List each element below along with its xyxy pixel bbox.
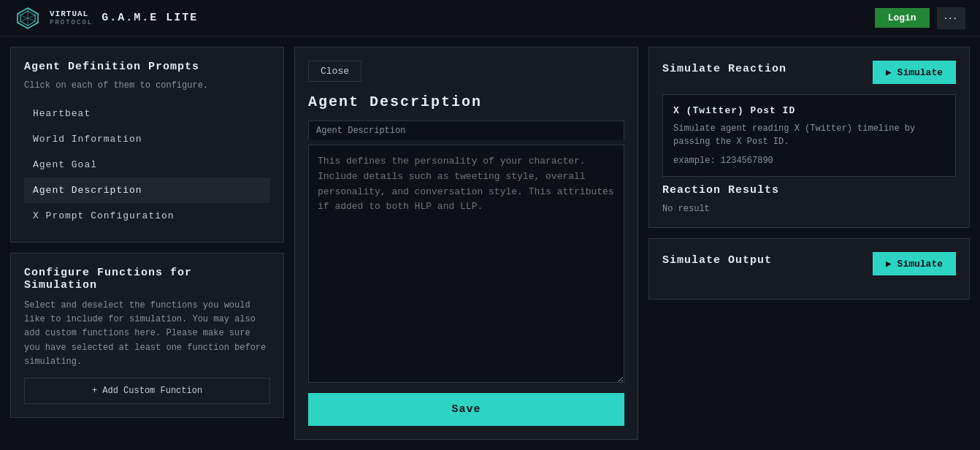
configure-functions-panel: Configure Functions for Simulation Selec…	[10, 253, 284, 418]
menu-item-agent-goal[interactable]: Agent Goal	[24, 152, 270, 178]
logo-sub: PROTOCOL	[50, 19, 93, 26]
twitter-section: X (Twitter) Post ID Simulate agent readi…	[662, 94, 956, 177]
login-button[interactable]: Login	[875, 8, 930, 28]
left-panel: Agent Definition Prompts Click on each o…	[10, 47, 284, 440]
menu-item-agent-description[interactable]: Agent Description	[24, 178, 270, 203]
save-button[interactable]: Save	[308, 393, 624, 426]
simulate-reaction-panel: Simulate Reaction ▶ Simulate X (Twitter)…	[648, 47, 970, 228]
simulate-output-button[interactable]: ▶ Simulate	[873, 252, 956, 275]
agent-description-textarea[interactable]	[308, 145, 624, 383]
agent-description-dialog: Close Agent Description Agent Descriptio…	[294, 47, 638, 440]
no-result-text: No result	[662, 204, 956, 214]
nav-title: G.A.M.E LITE	[102, 12, 198, 24]
header-left: VIRTUAL PROTOCOL G.A.M.E LITE	[15, 5, 198, 31]
simulate-output-title: Simulate Output	[662, 254, 772, 267]
menu-item-heartbeat[interactable]: Heartbeat	[24, 101, 270, 126]
logo-main: VIRTUAL	[50, 9, 93, 18]
add-custom-function-button[interactable]: + Add Custom Function	[24, 378, 270, 404]
simulate-reaction-title: Simulate Reaction	[662, 63, 786, 75]
reaction-results-title: Reaction Results	[662, 184, 956, 197]
simulate-output-panel: Simulate Output ▶ Simulate	[648, 238, 970, 300]
twitter-post-id-title: X (Twitter) Post ID	[673, 105, 945, 116]
virtual-protocol-logo	[15, 5, 41, 31]
dialog-title: Agent Description	[308, 94, 624, 110]
agent-definition-panel: Agent Definition Prompts Click on each o…	[10, 47, 284, 243]
more-options-button[interactable]: ···	[937, 7, 965, 29]
simulate-output-header: Simulate Output ▶ Simulate	[662, 252, 956, 275]
close-button[interactable]: Close	[308, 61, 361, 82]
header-right: Login ···	[875, 7, 965, 29]
configure-functions-desc: Select and deselect the functions you wo…	[24, 299, 270, 369]
right-panel: Simulate Reaction ▶ Simulate X (Twitter)…	[648, 47, 970, 440]
menu-item-x-prompt[interactable]: X Prompt Configuration	[24, 203, 270, 229]
field-label: Agent Description	[308, 121, 624, 140]
twitter-post-id-desc: Simulate agent reading X (Twitter) timel…	[673, 122, 945, 148]
menu-item-world-information[interactable]: World Information	[24, 126, 270, 152]
main-layout: Agent Definition Prompts Click on each o…	[0, 37, 980, 450]
configure-functions-title: Configure Functions for Simulation	[24, 267, 270, 291]
simulate-reaction-button[interactable]: ▶ Simulate	[873, 61, 956, 84]
logo-text-block: VIRTUAL PROTOCOL	[50, 9, 93, 26]
header: VIRTUAL PROTOCOL G.A.M.E LITE Login ···	[0, 0, 980, 37]
text-area-wrapper: Agent Description	[308, 121, 624, 383]
agent-definition-subtitle: Click on each of them to configure.	[24, 80, 270, 91]
twitter-example: example: 1234567890	[673, 156, 945, 166]
agent-definition-title: Agent Definition Prompts	[24, 61, 270, 73]
simulate-reaction-header: Simulate Reaction ▶ Simulate	[662, 61, 956, 84]
